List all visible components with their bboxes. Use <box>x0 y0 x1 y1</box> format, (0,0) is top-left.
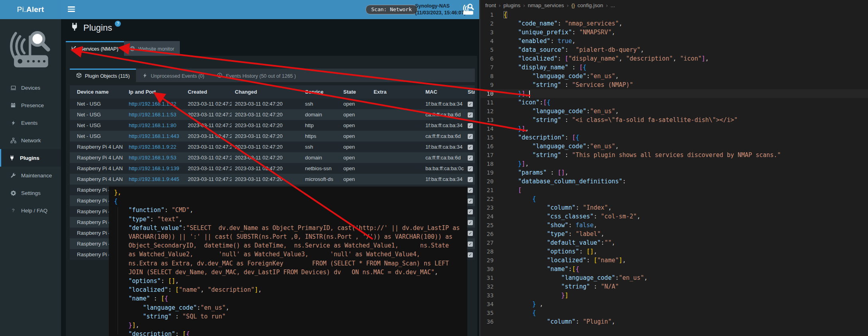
line-number: 33 <box>480 291 504 300</box>
overlay-code-line: JOIN (SELECT dev_Name, dev_MAC, dev_Last… <box>114 268 467 277</box>
vscode-line: 25 "show": false, <box>480 221 868 230</box>
status-checkbox[interactable]: ✓ <box>468 123 473 128</box>
status-checkbox[interactable]: ✓ <box>468 198 473 204</box>
question-icon: ? <box>10 208 17 213</box>
status-checkbox[interactable]: ✓ <box>468 166 473 171</box>
sidebar-item-plugins[interactable]: Plugins <box>0 149 61 167</box>
ip-port-link[interactable]: http://192.168.1.1:443 <box>129 133 179 139</box>
vscode-line: 4 "enabled": true, <box>480 37 868 45</box>
line-number: 2 <box>480 19 504 28</box>
vscode-line: 34 } , <box>480 300 868 308</box>
status-checkbox[interactable]: ✓ <box>468 220 473 225</box>
line-number: 16 <box>480 142 504 151</box>
subtab-plugin-objects-115[interactable]: Plugin Objects (115) <box>70 69 136 82</box>
sidebar-item-devices[interactable]: Devices <box>0 79 61 96</box>
table-row: Net - USGhttp://192.168.1.1:802023-03-11… <box>70 120 475 131</box>
status-checkbox[interactable]: ✓ <box>468 145 473 150</box>
column-header[interactable]: Service <box>302 85 340 98</box>
vscode-line: 9 "string" : "Services (NMAP)" <box>480 81 868 89</box>
line-number: 19 <box>480 168 504 177</box>
status-checkbox[interactable]: ✓ <box>468 102 473 107</box>
overlay-code-line: "localized": ["name", "description"], <box>114 285 467 294</box>
vscode-editor[interactable]: 1{2 "code_name": "nmap_services",3 "uniq… <box>480 10 868 326</box>
sidebar-item-label: Devices <box>21 85 40 91</box>
box-icon <box>76 73 82 79</box>
status-checkbox[interactable]: ✓ <box>468 231 473 236</box>
vscode-line: 33 }] <box>480 291 868 300</box>
vscode-line: 7 "display_name" : [{ <box>480 63 868 72</box>
sidebar-item-help-faq[interactable]: ?Help / FAQ <box>0 202 61 219</box>
table-row: Raspberry Pi 4 LANhttp://192.168.1.9:445… <box>70 174 475 185</box>
pialert-mini-logo-icon <box>461 3 475 16</box>
sidebar-item-maintenance[interactable]: Maintenance <box>0 167 61 184</box>
overlay-code-line: VARCHAR(100)) || ':' || cast( SUBSTR(ns.… <box>114 232 467 241</box>
ip-port-link[interactable]: http://192.168.1.9:445 <box>129 176 179 182</box>
plugin-config-code-editor[interactable]: },{ "function": "CMD", "type": "text", "… <box>109 187 467 336</box>
gear-icon <box>10 190 17 196</box>
tab-services-nmap[interactable]: Services (NMAP) <box>66 41 124 56</box>
sidebar-nav: DevicesPresenceEventsNetworkPluginsMaint… <box>0 79 61 219</box>
line-number: 8 <box>480 72 504 81</box>
app-brand[interactable]: Pi.Alert <box>0 0 61 19</box>
line-number: 27 <box>480 238 504 247</box>
overlay-code-line: "function": "CMD", <box>114 206 467 214</box>
sidebar-item-network[interactable]: Network <box>0 132 61 149</box>
ip-port-link[interactable]: http://192.168.1.9:139 <box>129 165 179 171</box>
host-name: Synology-NAS <box>415 3 466 10</box>
vscode-line: 12 "language_code":"en_us", <box>480 107 868 116</box>
line-number: 12 <box>480 107 504 116</box>
line-number: 21 <box>480 186 504 195</box>
ip-port-link[interactable]: http://192.168.1.1:80 <box>129 122 176 128</box>
line-number: 35 <box>480 308 504 317</box>
help-badge[interactable]: ? <box>115 21 121 27</box>
breadcrumb[interactable]: front›plugins›nmap_services›{}config.jso… <box>480 0 868 10</box>
status-checkbox[interactable]: ✓ <box>468 134 473 139</box>
ip-port-link[interactable]: http://192.168.1.1:22 <box>129 101 176 107</box>
vscode-line: 5 "data_source": "pialert-db-query", <box>480 45 868 54</box>
status-checkbox[interactable]: ✓ <box>468 209 473 214</box>
vscode-line: 16 "language_code":"en_us", <box>480 142 868 151</box>
status-checkbox[interactable]: ✓ <box>468 177 473 182</box>
network-icon <box>10 138 17 143</box>
sidebar-item-label: Plugins <box>20 155 39 161</box>
vscode-line: 18 }], <box>480 159 868 168</box>
subtab-unprocessed-events-0[interactable]: Unprocessed Events (0) <box>136 69 211 82</box>
menu-toggle-icon[interactable] <box>68 6 75 13</box>
column-header[interactable]: Ip and Port <box>126 85 185 98</box>
vscode-line: 31 "language_code":"en_us", <box>480 273 868 282</box>
column-header[interactable]: MAC <box>422 85 465 98</box>
line-number: 28 <box>480 247 504 256</box>
vscode-line: 20 "database_column_definitions": <box>480 177 868 186</box>
tab-website-monitor[interactable]: Website monitor <box>124 41 180 56</box>
line-number: 15 <box>480 133 504 142</box>
column-header[interactable]: Created <box>185 85 232 98</box>
ip-port-link[interactable]: http://192.168.1.9:53 <box>129 155 176 161</box>
status-checkbox[interactable]: ✓ <box>468 252 473 257</box>
vscode-line: 13 "string" : "<i class=\"fa-solid fa-sa… <box>480 116 868 124</box>
column-header[interactable]: State <box>340 85 370 98</box>
status-checkbox[interactable]: ✓ <box>468 155 473 161</box>
column-header[interactable]: Changed <box>232 85 302 98</box>
brand-pi: Pi. <box>17 5 26 14</box>
status-checkbox[interactable]: ✓ <box>468 242 473 247</box>
line-number: 4 <box>480 37 504 45</box>
column-header[interactable]: Extra <box>370 85 422 98</box>
column-header[interactable]: Device name <box>70 85 126 98</box>
scan-status-badge: Scan: Network <box>366 5 417 14</box>
status-checkbox[interactable]: ✓ <box>468 188 473 193</box>
subtab-events-history-50-out-of-1265[interactable]: Events History (50 out of 1265 ) <box>211 69 302 82</box>
overlay-code-line: "language_code":"en_us", <box>114 303 467 312</box>
ip-port-link[interactable]: http://192.168.1.9:22 <box>129 144 176 150</box>
sidebar-item-events[interactable]: Events <box>0 114 61 132</box>
overlay-code-line: "options": [], <box>114 277 467 285</box>
vscode-line: 35 { <box>480 308 868 317</box>
sidebar-item-label: Presence <box>21 102 44 108</box>
sidebar-item-settings[interactable]: Settings <box>0 184 61 202</box>
status-checkbox[interactable]: ✓ <box>468 112 473 118</box>
column-header[interactable]: Status <box>465 85 475 98</box>
sidebar-item-presence[interactable]: Presence <box>0 96 61 114</box>
sidebar-item-label: Settings <box>21 190 41 196</box>
line-number: 29 <box>480 256 504 265</box>
ip-port-link[interactable]: http://192.168.1.1:53 <box>129 112 176 118</box>
vscode-line: 36 "column": "Plugin", <box>480 317 868 326</box>
